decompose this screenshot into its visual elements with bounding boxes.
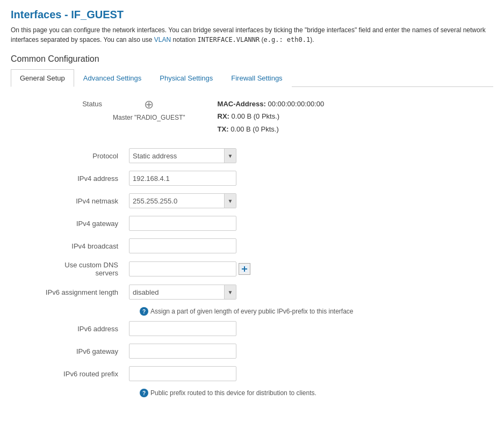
help-icon-ipv6-prefix[interactable]: ? <box>140 389 148 397</box>
custom-dns-row: Use custom DNS servers <box>11 261 493 277</box>
ipv6-routed-prefix-help: ? Public prefix routed to this device fo… <box>140 389 316 397</box>
status-icon-area: ⊕ Master "RADIO_GUEST" <box>113 98 185 121</box>
tab-firewall-settings[interactable]: Firewall Settings <box>222 69 291 87</box>
ipv6-assignment-select[interactable]: disabled 64 48 <box>129 285 224 299</box>
tabs-container: General Setup Advanced Settings Physical… <box>11 69 493 87</box>
ipv4-address-label: IPv4 address <box>43 174 129 183</box>
protocol-select-wrapper[interactable]: Static address DHCP client DHCPv6 client… <box>129 148 236 163</box>
ipv6-assignment-label: IPv6 assignment length <box>43 288 129 296</box>
dns-add-button[interactable] <box>239 263 250 275</box>
protocol-row: Protocol Static address DHCP client DHCP… <box>11 148 493 163</box>
mac-address: MAC-Address: 00:00:00:00:00:00 <box>218 98 325 110</box>
ipv4-address-row: IPv4 address <box>11 171 493 186</box>
ipv6-gateway-label: IPv6 gateway <box>43 347 129 355</box>
ipv4-gateway-row: IPv4 gateway <box>11 216 493 231</box>
ipv6-gateway-row: IPv6 gateway <box>11 344 493 359</box>
help-icon-ipv6-assignment[interactable]: ? <box>140 307 148 316</box>
protocol-select[interactable]: Static address DHCP client DHCPv6 client… <box>129 149 224 163</box>
ipv6-routed-prefix-help-row: ? Public prefix routed to this device fo… <box>11 389 493 397</box>
protocol-select-arrow[interactable]: ▼ <box>224 149 236 163</box>
ipv4-netmask-label: IPv4 netmask <box>43 197 129 205</box>
tab-general-setup[interactable]: General Setup <box>11 69 74 87</box>
tab-advanced-settings[interactable]: Advanced Settings <box>74 69 150 87</box>
status-master: Master "RADIO_GUEST" <box>113 114 185 121</box>
network-icon: ⊕ <box>144 98 154 112</box>
ipv6-routed-prefix-label: IPv6 routed prefix <box>43 370 129 378</box>
protocol-label: Protocol <box>43 152 129 160</box>
ipv4-broadcast-input[interactable] <box>129 238 236 253</box>
custom-dns-input[interactable] <box>129 261 236 276</box>
status-label: Status <box>43 98 113 108</box>
dns-input-group <box>129 261 250 276</box>
ipv4-netmask-row: IPv4 netmask 255.255.255.0 255.255.0.0 2… <box>11 193 493 208</box>
tx-value: TX: 0.00 B (0 Pkts.) <box>218 123 325 135</box>
ipv6-assignment-row: IPv6 assignment length disabled 64 48 ▼ <box>11 285 493 300</box>
rx-value: RX: 0.00 B (0 Pkts.) <box>218 110 325 122</box>
status-info: ⊕ Master "RADIO_GUEST" MAC-Address: 00:0… <box>113 98 324 135</box>
ipv4-gateway-input[interactable] <box>129 216 236 231</box>
custom-dns-label: Use custom DNS servers <box>43 261 129 277</box>
ipv4-netmask-select[interactable]: 255.255.255.0 255.255.0.0 255.0.0.0 <box>129 194 224 208</box>
ipv6-address-row: IPv6 address <box>11 321 493 336</box>
ipv6-gateway-input[interactable] <box>129 344 236 359</box>
page-description: On this page you can configure the netwo… <box>11 25 493 45</box>
status-meta: MAC-Address: 00:00:00:00:00:00 RX: 0.00 … <box>218 98 325 135</box>
page-title: Interfaces - IF_GUEST <box>11 9 493 21</box>
ipv4-broadcast-row: IPv4 broadcast <box>11 238 493 253</box>
ipv6-routed-prefix-input[interactable] <box>129 366 236 381</box>
tab-physical-settings[interactable]: Physical Settings <box>150 69 222 87</box>
ipv4-netmask-select-wrapper[interactable]: 255.255.255.0 255.255.0.0 255.0.0.0 ▼ <box>129 193 236 208</box>
section-title: Common Configuration <box>11 54 493 64</box>
ipv6-assignment-arrow[interactable]: ▼ <box>224 285 236 299</box>
ipv6-assignment-help-row: ? Assign a part of given length of every… <box>11 307 493 316</box>
ipv4-address-input[interactable] <box>129 171 236 186</box>
ipv6-assignment-help: ? Assign a part of given length of every… <box>140 307 354 316</box>
ipv6-address-input[interactable] <box>129 321 236 336</box>
ipv4-broadcast-label: IPv4 broadcast <box>43 242 129 250</box>
svg-rect-2 <box>244 266 245 272</box>
ipv4-gateway-label: IPv4 gateway <box>43 220 129 228</box>
ipv6-address-label: IPv6 address <box>43 325 129 333</box>
ipv6-assignment-select-wrapper[interactable]: disabled 64 48 ▼ <box>129 285 236 300</box>
status-row: Status ⊕ Master "RADIO_GUEST" MAC-Addres… <box>11 98 493 135</box>
ipv6-routed-prefix-row: IPv6 routed prefix <box>11 366 493 381</box>
ipv4-netmask-arrow[interactable]: ▼ <box>224 194 236 208</box>
vlan-link[interactable]: VLAN <box>154 36 171 43</box>
